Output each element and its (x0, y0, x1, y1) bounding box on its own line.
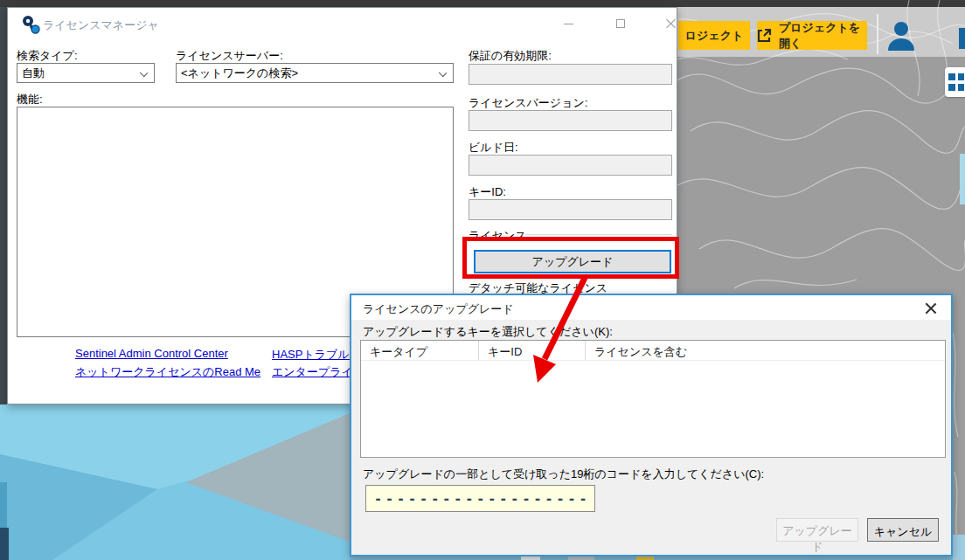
license-manager-titlebar[interactable]: ライセンスマネージャ (8, 8, 677, 39)
minimize-icon (564, 24, 573, 24)
maximize-button[interactable] (606, 13, 635, 34)
open-project-button[interactable]: プロジェクトを開く (757, 21, 867, 50)
build-date-field[interactable] (469, 155, 672, 176)
column-header-keyid[interactable]: キーID (479, 341, 586, 360)
license-group-label: ライセンス (469, 228, 527, 244)
app-screen: ロジェクト プロジェクトを開く (0, 0, 965, 560)
license-version-field[interactable] (469, 110, 672, 131)
toolbar-divider (877, 14, 878, 54)
search-type-select[interactable]: 自動 (17, 63, 155, 83)
features-label: 機能: (17, 92, 43, 107)
chevron-down-icon (439, 69, 447, 77)
warranty-label: 保証の有効期限: (469, 48, 552, 64)
dialog-title: ライセンスマネージャ (43, 17, 159, 33)
network-readme-link[interactable]: ネットワークライセンスのRead Me (75, 364, 260, 380)
project-button-label: ロジェクト (685, 28, 744, 44)
column-header-keytype[interactable]: キータイプ (361, 341, 479, 360)
close-icon (925, 302, 936, 314)
sentinel-admin-link[interactable]: Sentinel Admin Control Center (75, 347, 228, 360)
partial-toolbar-icon[interactable] (959, 28, 965, 49)
key-table-header: キータイプ キーID ライセンスを含む (361, 341, 945, 361)
project-button[interactable]: ロジェクト (678, 21, 750, 50)
key-id-field[interactable] (469, 199, 672, 220)
key-id-label: キーID: (469, 184, 506, 200)
cancel-button[interactable]: キャンセル (867, 518, 939, 542)
upgrade-dialog-title: ライセンスのアップグレード (363, 301, 514, 317)
upgrade-close-button[interactable] (918, 298, 942, 317)
chevron-down-icon (140, 69, 148, 77)
open-external-icon (757, 28, 772, 43)
warranty-field[interactable] (469, 64, 672, 85)
maximize-icon (616, 19, 625, 28)
license-server-value: <ネットワークの検索> (181, 66, 298, 81)
hasp-troubleshoot-link[interactable]: HASPトラブルシ (272, 347, 361, 363)
key-icon (22, 15, 41, 34)
map-layers-button[interactable] (945, 67, 965, 97)
code-entry-label: アップグレードの一部として受け取った19桁のコードを入力してください(C): (363, 467, 764, 482)
search-type-label: 検索タイプ: (17, 48, 78, 64)
close-icon (666, 18, 677, 29)
select-key-label: アップグレードするキーを選択してください(K): (363, 324, 613, 340)
build-date-label: ビルド日: (469, 140, 518, 156)
map-selection-strip (960, 154, 965, 204)
license-upgrade-dialog: ライセンスのアップグレード アップグレードするキーを選択してください(K): キ… (350, 294, 953, 557)
column-header-contains-license[interactable]: ライセンスを含む (586, 341, 945, 360)
upgrade-button[interactable]: アップグレード (474, 250, 671, 273)
open-project-label: プロジェクトを開く (779, 20, 867, 52)
key-table[interactable]: キータイプ キーID ライセンスを含む (360, 340, 946, 458)
minimize-button[interactable] (553, 13, 583, 34)
license-server-label: ライセンスサーバー: (176, 48, 283, 64)
license-server-select[interactable]: <ネットワークの検索> (176, 63, 454, 83)
upgrade-code-input[interactable]: ------------------- (365, 485, 595, 512)
group-line (525, 234, 672, 235)
layers-grid-icon (948, 72, 964, 93)
user-account-icon[interactable] (885, 19, 918, 52)
upgrade-dialog-titlebar[interactable]: ライセンスのアップグレード (351, 295, 951, 320)
close-button[interactable] (656, 13, 686, 34)
upgrade-confirm-button[interactable]: アップグレード (776, 518, 858, 542)
search-type-value: 自動 (22, 66, 45, 81)
license-version-label: ライセンスバージョン: (469, 95, 587, 111)
